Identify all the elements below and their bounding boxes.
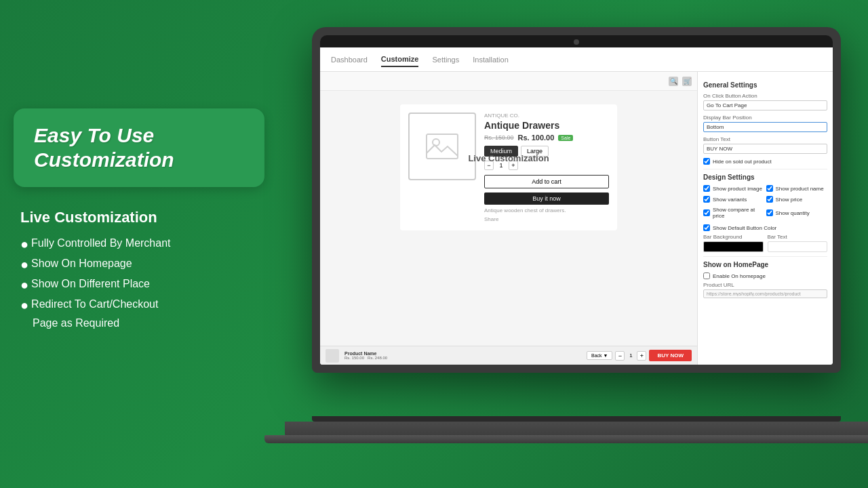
share-row: Share: [484, 216, 609, 222]
show-product-name-checkbox[interactable]: [766, 185, 773, 192]
svg-point-1: [433, 139, 439, 146]
sticky-original-price: Rs. 150.00: [344, 356, 364, 360]
show-default-button-row: Show Default Button Color: [703, 224, 827, 231]
preview-area: 🔍 🛒 Live Customization: [320, 72, 697, 365]
buy-now-button[interactable]: Buy it now: [484, 192, 609, 205]
original-price: Rs. 150.00: [484, 134, 514, 141]
sticky-qty-decrease[interactable]: −: [615, 351, 625, 361]
bullet-3: ●: [20, 277, 28, 293]
show-product-image-checkbox[interactable]: [703, 185, 710, 192]
laptop-screen-bezel: Dashboard Customize Settings Installatio…: [320, 35, 833, 365]
show-product-image-row: Show product image: [703, 185, 765, 192]
cart-icon: 🛒: [682, 77, 692, 86]
sticky-quantity-control: − 1 +: [615, 351, 646, 361]
sticky-bar: Product Name Rs. 150.00 Rs. 248.00 Back: [320, 346, 697, 365]
general-settings-title: General Settings: [703, 81, 827, 89]
display-bar-label: Display Bar Position: [703, 115, 827, 121]
show-price-row: Show price: [766, 196, 828, 203]
nav-tab-settings[interactable]: Settings: [432, 53, 459, 66]
design-checkboxes-grid: Show product image Show product name Sho…: [703, 185, 827, 222]
show-product-name-row: Show product name: [766, 185, 828, 192]
show-compare-label: Show compare at price: [713, 207, 765, 219]
show-variants-row: Show variants: [703, 196, 765, 203]
enable-homepage-row: Enable On homepage: [703, 272, 827, 279]
sticky-buy-button[interactable]: BUY NOW: [649, 350, 692, 361]
sticky-nav-controls: Back ▼ − 1 + BUY NOW: [587, 350, 692, 361]
bullet-1: ●: [20, 236, 28, 252]
price-row: Rs. 150.00 Rs. 100.00 Sale: [484, 134, 609, 142]
on-click-input[interactable]: [703, 100, 827, 110]
sticky-product-thumbnail: [326, 349, 339, 363]
show-variants-checkbox[interactable]: [703, 196, 710, 203]
nav-tab-dashboard[interactable]: Dashboard: [331, 53, 368, 66]
product-eyebrow: ANTIQUE CO.: [484, 113, 609, 119]
enable-homepage-checkbox[interactable]: [703, 272, 710, 279]
feature-item-1: ● Fully Controlled By Merchant: [20, 236, 264, 252]
button-text-label: Button Text: [703, 136, 827, 142]
webcam-dot: [574, 39, 579, 45]
product-name: Antique Drawers: [484, 120, 609, 131]
live-customization-label: Live Customization: [468, 153, 549, 163]
show-compare-checkbox[interactable]: [703, 209, 710, 216]
bullet-2: ●: [20, 256, 28, 272]
sticky-qty-increase[interactable]: +: [637, 351, 646, 361]
show-compare-row: Show compare at price: [703, 207, 765, 219]
product-card: ANTIQUE CO. Antique Drawers Rs. 150.00 R…: [400, 104, 617, 230]
laptop-foot: [264, 435, 868, 443]
preview-top-bar: 🔍 🛒: [320, 72, 697, 91]
show-default-button-label: Show Default Button Color: [713, 225, 776, 231]
nav-tab-customize[interactable]: Customize: [381, 52, 419, 67]
feature-text-3: Show On Different Place: [31, 277, 150, 291]
product-details: ANTIQUE CO. Antique Drawers Rs. 150.00 R…: [484, 113, 609, 222]
product-url-input[interactable]: [703, 289, 827, 298]
feature-text-2: Show On Homepage: [31, 256, 132, 271]
svg-rect-0: [427, 134, 458, 159]
feature-item-3: ● Show On Different Place: [20, 277, 264, 293]
features-section: Live Customization ● Fully Controlled By…: [14, 209, 264, 331]
bullet-4: ●: [20, 297, 28, 313]
laptop-outer: Dashboard Customize Settings Installatio…: [312, 27, 841, 373]
app-main: 🔍 🛒 Live Customization: [320, 72, 833, 365]
sticky-qty-value: 1: [626, 352, 635, 359]
show-variants-label: Show variants: [713, 197, 747, 203]
left-content: Easy To Use Customization Live Customiza…: [14, 108, 264, 335]
hide-sold-out-row: Hide on sold out product: [703, 158, 827, 165]
screen-content: Dashboard Customize Settings Installatio…: [320, 47, 833, 365]
headline-box: Easy To Use Customization: [14, 108, 264, 187]
button-text-input[interactable]: [703, 144, 827, 154]
chevron-down-icon: ▼: [604, 353, 608, 358]
laptop-hinge: [312, 416, 841, 422]
product-card-inner: ANTIQUE CO. Antique Drawers Rs. 150.00 R…: [408, 113, 609, 222]
show-quantity-checkbox[interactable]: [766, 209, 773, 216]
feature-item-2: ● Show On Homepage: [20, 256, 264, 272]
show-default-button-checkbox[interactable]: [703, 224, 710, 231]
show-quantity-row: Show quantity: [766, 207, 828, 219]
hide-sold-out-checkbox[interactable]: [703, 158, 710, 165]
show-price-checkbox[interactable]: [766, 196, 773, 203]
share-label: Share: [484, 216, 498, 222]
sticky-product-info: Product Name Rs. 150.00 Rs. 248.00: [344, 351, 581, 360]
feature-text-4: Redirect To Cart/Checkout: [31, 297, 158, 312]
feature-text-4b: Page as Required: [20, 316, 264, 331]
bar-background-swatch[interactable]: [703, 241, 764, 252]
show-quantity-label: Show quantity: [776, 210, 810, 216]
nav-tab-installation[interactable]: Installation: [473, 53, 509, 66]
right-settings-panel: General Settings On Click Button Action …: [697, 72, 833, 365]
features-title: Live Customization: [20, 209, 264, 226]
add-to-cart-button[interactable]: Add to cart: [484, 175, 609, 188]
headline-text: Easy To Use Customization: [34, 123, 244, 172]
show-homepage-title: Show on HomePage: [703, 261, 827, 268]
show-product-name-label: Show product name: [776, 186, 824, 192]
bar-background-label: Bar Background: [703, 234, 764, 240]
show-product-image-label: Show product image: [713, 186, 762, 192]
bar-text-swatch[interactable]: [768, 241, 828, 252]
sticky-nav-back[interactable]: Back ▼: [587, 351, 613, 360]
app-nav: Dashboard Customize Settings Installatio…: [320, 47, 833, 72]
enable-homepage-label: Enable On homepage: [713, 273, 766, 279]
feature-item-4: ● Redirect To Cart/Checkout: [20, 297, 264, 313]
display-bar-input[interactable]: [703, 122, 827, 132]
sticky-product-name: Product Name: [344, 351, 581, 356]
sticky-sale-price: Rs. 248.00: [368, 356, 387, 360]
search-icon: 🔍: [669, 77, 678, 86]
product-image: [408, 113, 476, 180]
